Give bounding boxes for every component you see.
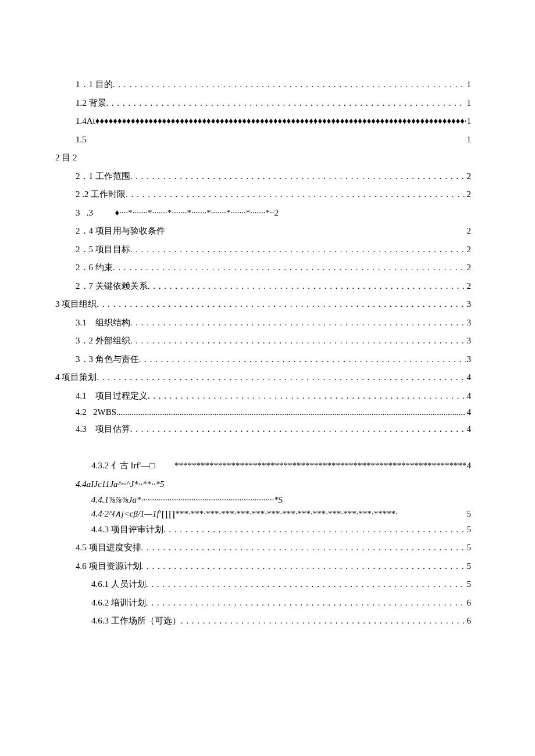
- toc-entry-2-3: 3 .3 ♦····*·······*·······*·······*·····…: [76, 204, 471, 223]
- toc-leader: ........................................…: [116, 405, 465, 420]
- toc-entry-4-6-1: 4.6.1 人员计划 . . . . . . . . . . . . . . .…: [91, 575, 471, 594]
- toc-label: 3 项目组织: [55, 295, 97, 314]
- toc-leader: . . . . . . . . . . . . . . . . . . . . …: [97, 368, 465, 387]
- toc-leader: . . . . . . . . . . . . . . . . . . . . …: [130, 314, 466, 332]
- toc-label: 4.1 项目过程定义: [76, 387, 148, 406]
- toc-label: 4.3.2 亻古 Irf'—□: [91, 457, 174, 475]
- toc-page: 4: [466, 457, 472, 475]
- toc-leader: . . . . . . . . . . . . . . . . . . . . …: [139, 350, 466, 369]
- toc-page: 1: [466, 76, 472, 94]
- toc-label: 1.2 背景: [76, 94, 106, 113]
- toc-leader: . . . . . . . . . . . . . . . . . . . . …: [130, 332, 466, 350]
- toc-page: 2: [466, 185, 472, 204]
- toc-label: 4.6.2 培训计划: [91, 594, 146, 612]
- toc-entry-4: 4 项目策划 . . . . . . . . . . . . . . . . .…: [55, 368, 471, 387]
- toc-entry-4-3: 4.3 项目估算 . . . . . . . . . . . . . . . .…: [76, 420, 471, 439]
- toc-label: 4 项目策划: [55, 368, 97, 387]
- toc-leader: . . . . . . . . . . . . . . . . . . . . …: [130, 420, 466, 439]
- toc-page: 2: [466, 222, 472, 241]
- toc-page: 1: [466, 94, 472, 113]
- toc-leader: . . . . . . . . . . . . . . . . . . . . …: [130, 241, 466, 259]
- toc-entry-4-6-3: 4.6.3 工作场所（可选） . . . . . . . . . . . . .…: [91, 612, 471, 630]
- toc-leader: . . . . . . . . . . . . . . . . . . . . …: [181, 612, 466, 630]
- toc-leader-diamonds: ♦♦♦♦♦♦♦♦♦♦♦♦♦♦♦♦♦♦♦♦♦♦♦♦♦♦♦♦♦♦♦♦♦♦♦♦♦♦♦♦…: [95, 112, 466, 131]
- toc-entry-1-2: 1.2 背景 . . . . . . . . . . . . . . . . .…: [76, 94, 471, 113]
- toc-leader: . . . . . . . . . . . . . . . . . . . . …: [141, 557, 466, 576]
- toc-label: 4.6 项目资源计划: [76, 557, 141, 576]
- toc-leader: . . . . . . . . . . . . . . . . . . . . …: [113, 259, 466, 277]
- toc-leader: . . . . . . . . . . . . . . . . . . . . …: [106, 94, 466, 113]
- toc-leader: . . . . . . . . . . . . . . . . . . . . …: [148, 277, 466, 296]
- toc-entry-4-3-2: 4.3.2 亻古 Irf'—□ ************************…: [91, 457, 471, 475]
- toc-page: 6: [466, 612, 472, 630]
- toc-label: 4.2 2WBS: [76, 405, 116, 420]
- toc-entry-3-1: 3.1 组织结构 . . . . . . . . . . . . . . . .…: [76, 314, 471, 332]
- toc-entry-2-2: 2 .2 工作时限 . . . . . . . . . . . . . . . …: [76, 185, 471, 204]
- toc-label: 1.5: [76, 131, 87, 149]
- toc-label: 3．2 外部组织: [76, 332, 130, 350]
- toc-label: 2．4 项目用与验收条件: [76, 222, 165, 241]
- toc-entry-4-4-2: 4.4·2^l∧j<cβ/1—1f'∏∏ ***·***·***·***·***…: [91, 507, 471, 521]
- toc-entry-1-4: 1.4At ♦♦♦♦♦♦♦♦♦♦♦♦♦♦♦♦♦♦♦♦♦♦♦♦♦♦♦♦♦♦♦♦♦♦…: [76, 112, 471, 131]
- toc-label: 1．1 目的: [76, 76, 113, 94]
- toc-page: 3: [466, 314, 472, 332]
- toc-entry-4-5: 4.5 项目进度安排 . . . . . . . . . . . . . . .…: [76, 539, 471, 557]
- toc-label: 4.3 项目估算: [76, 420, 130, 439]
- toc-page: 5: [466, 507, 472, 521]
- toc-leader-stars: ****************************************…: [174, 457, 466, 475]
- toc-entry-4-4-1: 4.4.1⅜⅞⅜Ja*·····························…: [91, 493, 471, 507]
- toc-label: 4.4.3 项目评审计划: [91, 521, 163, 539]
- toc-label: 3 .3 ♦····*·······*·······*·······*·····…: [76, 204, 279, 223]
- toc-label: 4.6.1 人员计划: [91, 575, 146, 594]
- toc-entry-3-2: 3．2 外部组织 . . . . . . . . . . . . . . . .…: [76, 332, 471, 350]
- toc-label: 2．7 关键依赖关系: [76, 277, 148, 296]
- toc-leader: . . . . . . . . . . . . . . . . . . . . …: [126, 185, 465, 204]
- toc-label: 4.4.1⅜⅞⅜Ja*·····························…: [91, 493, 283, 507]
- toc-label: 2 .2 工作时限: [76, 185, 126, 204]
- toc-leader: . . . . . . . . . . . . . . . . . . . . …: [163, 521, 466, 539]
- toc-label: 2．1 工作范围: [76, 167, 130, 186]
- toc-label: 1.4At: [76, 112, 95, 131]
- toc-label: 2 目 2: [55, 149, 77, 167]
- toc-label: 2．6 约束: [76, 259, 113, 277]
- toc-label: 3.1 组织结构: [76, 314, 130, 332]
- toc-label: 4.4·2^l∧j<cβ/1—1f'∏∏: [91, 507, 176, 521]
- toc-page: 2: [466, 241, 472, 259]
- toc-page: 4: [466, 420, 472, 439]
- toc-page: 3: [466, 295, 472, 314]
- toc-label: 3．3 角色与责任: [76, 350, 139, 369]
- toc-leader: . . . . . . . . . . . . . . . . . . . . …: [146, 575, 466, 594]
- toc-entry-4-2: 4.2 2WBS ...............................…: [76, 405, 471, 420]
- toc-entry-1-5: 1.5 . . . . . . . . . . . . . . . . . . …: [76, 131, 471, 149]
- toc-page: 3: [466, 350, 472, 369]
- toc-entry-4-1: 4.1 项目过程定义 . . . . . . . . . . . . . . .…: [76, 387, 471, 406]
- table-of-contents: 1．1 目的 . . . . . . . . . . . . . . . . .…: [55, 76, 471, 630]
- toc-page: 4: [466, 387, 472, 406]
- spacer: [55, 438, 471, 457]
- toc-label: 4.6.3 工作场所（可选）: [91, 612, 181, 630]
- toc-entry-1-1: 1．1 目的 . . . . . . . . . . . . . . . . .…: [76, 76, 471, 94]
- toc-page: 2: [466, 259, 472, 277]
- toc-entry-4-4-3: 4.4.3 项目评审计划 . . . . . . . . . . . . . .…: [91, 521, 471, 539]
- toc-page: 1: [466, 112, 472, 131]
- toc-entry-4-6-2: 4.6.2 培训计划 . . . . . . . . . . . . . . .…: [91, 594, 471, 612]
- toc-page: 2: [466, 277, 472, 296]
- toc-page: 6: [466, 594, 472, 612]
- toc-leader: . . . . . . . . . . . . . . . . . . . . …: [113, 76, 466, 94]
- toc-leader-stardots: ***·***·***·***·***·***·***·***·***·***·…: [176, 507, 466, 521]
- toc-leader: . . . . . . . . . . . . . . . . . . . . …: [148, 387, 466, 406]
- toc-entry-4-4: 4.4aIJc11Ja^~^J*··**··*5: [76, 475, 471, 494]
- toc-page: 5: [466, 521, 472, 539]
- toc-page: 2: [466, 167, 472, 186]
- toc-label: 4.5 项目进度安排: [76, 539, 141, 557]
- toc-page: 4: [466, 368, 472, 387]
- toc-entry-2-6: 2．6 约束 . . . . . . . . . . . . . . . . .…: [76, 259, 471, 277]
- toc-entry-2-1: 2．1 工作范围 . . . . . . . . . . . . . . . .…: [76, 167, 471, 186]
- toc-page: 1: [466, 131, 472, 149]
- toc-entry-3-3: 3．3 角色与责任 . . . . . . . . . . . . . . . …: [76, 350, 471, 369]
- toc-leader: . . . . . . . . . . . . . . . . . . . . …: [97, 295, 465, 314]
- toc-leader: . . . . . . . . . . . . . . . . . . . . …: [141, 539, 466, 557]
- toc-leader: . . . . . . . . . . . . . . . . . . . . …: [146, 594, 466, 612]
- toc-page: 5: [466, 539, 472, 557]
- toc-entry-2-7: 2．7 关键依赖关系 . . . . . . . . . . . . . . .…: [76, 277, 471, 296]
